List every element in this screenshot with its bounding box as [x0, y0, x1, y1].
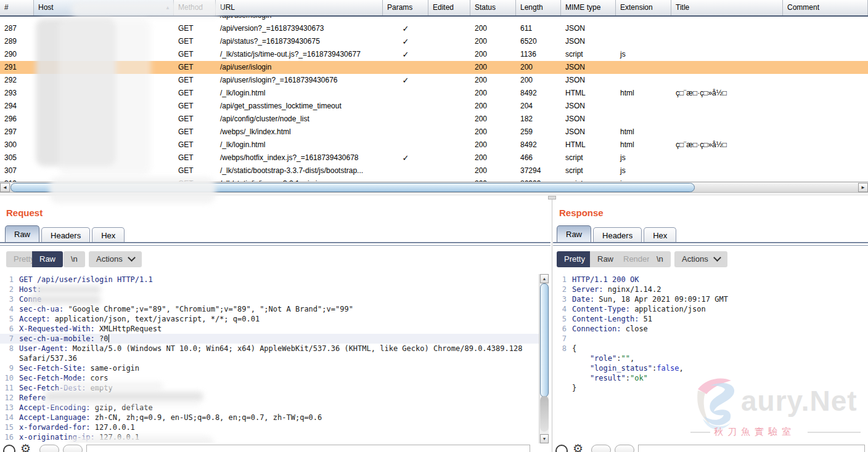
cell: /api/config/cluster/node_list: [216, 113, 383, 126]
response-pretty-button[interactable]: Pretty: [557, 251, 592, 267]
cell: 200: [470, 113, 516, 126]
cell: [616, 35, 671, 48]
column-header-length[interactable]: Length: [516, 0, 561, 15]
request-tab-headers[interactable]: Headers: [41, 227, 90, 243]
cell: 259: [516, 126, 561, 139]
search-prev-button[interactable]: [591, 445, 611, 452]
cell: [428, 35, 470, 48]
cell: /api/user/islogin: [216, 61, 383, 74]
column-header-title[interactable]: Title: [671, 0, 783, 15]
cell: GET: [174, 113, 216, 126]
cell: ç□¨æ□·ç□»å½□: [671, 87, 783, 100]
cell: html: [616, 139, 671, 151]
request-scrollbar-thumb[interactable]: [540, 283, 549, 397]
cell: [428, 22, 470, 35]
request-search-bar: ⚙: [0, 443, 539, 452]
params-checkmark-icon: ✓: [383, 35, 428, 48]
response-raw-editor[interactable]: 1HTTP/1.1 200 OK2Server: nginx/1.14.23Da…: [553, 275, 868, 452]
line-number: 4: [0, 304, 14, 314]
search-icon[interactable]: [3, 445, 15, 452]
editor-line: 6Connection: close: [553, 324, 868, 334]
request-newline-button[interactable]: \n: [63, 251, 85, 267]
cell: [671, 177, 783, 182]
request-tab-raw[interactable]: Raw: [5, 225, 39, 243]
cell: GET: [174, 100, 216, 113]
scroll-down-arrow-icon[interactable]: ▼: [540, 434, 549, 443]
cell: /webps/_lk/index.html: [216, 126, 383, 139]
cell: [428, 87, 470, 100]
cell: [383, 17, 428, 22]
column-header-comment[interactable]: Comment: [783, 0, 868, 15]
cell: 182: [516, 113, 561, 126]
search-input[interactable]: [638, 445, 865, 452]
cell: GET: [174, 126, 216, 139]
editor-line: "result":"ok": [553, 373, 868, 383]
cell: 287: [0, 22, 34, 35]
cell: [783, 126, 868, 139]
cell: JSON: [561, 126, 616, 139]
gear-icon[interactable]: ⚙: [20, 442, 31, 452]
cell: [428, 61, 470, 74]
request-editor-scrollbar[interactable]: ▲ ▼: [539, 274, 549, 443]
line-number: [553, 373, 567, 383]
response-search-bar: ⚙: [553, 443, 868, 452]
column-header-mime-type[interactable]: MIME type: [561, 0, 616, 15]
cell: [616, 100, 671, 113]
editor-line: Safari/537.36: [0, 353, 539, 363]
cell: 200: [470, 74, 516, 87]
cell: [616, 74, 671, 87]
editor-line: 8User-Agent: Mozilla/5.0 (Windows NT 10.…: [0, 344, 539, 353]
request-raw-button[interactable]: Raw: [32, 251, 63, 267]
search-icon[interactable]: [555, 445, 568, 452]
cell: script: [561, 164, 616, 177]
column-header-url[interactable]: URL: [216, 0, 383, 15]
scroll-left-arrow-icon[interactable]: ◄: [0, 183, 10, 192]
column-header-params[interactable]: Params: [383, 0, 428, 15]
line-number: 3: [0, 294, 14, 304]
cell: /api/user/islogin?_=1618739430676: [216, 74, 383, 87]
gear-icon[interactable]: ⚙: [573, 442, 583, 452]
cell: /_lk/static/js/jquery-3.2.1.min.js: [216, 177, 383, 182]
cell: 200: [470, 164, 516, 177]
privacy-blur: [49, 177, 216, 203]
cell: GET: [174, 61, 216, 74]
cell: [671, 35, 783, 48]
cell: [671, 126, 783, 139]
line-number: 14: [0, 413, 14, 422]
cell: JSON: [561, 113, 616, 126]
panel-splitter[interactable]: [552, 196, 552, 452]
scroll-right-arrow-icon[interactable]: ►: [858, 183, 868, 192]
search-input[interactable]: [86, 445, 530, 452]
search-prev-button[interactable]: [39, 445, 59, 452]
column-header-extension[interactable]: Extension: [616, 0, 671, 15]
chevron-down-icon: [713, 254, 721, 262]
params-checkmark-icon: ✓: [383, 22, 428, 35]
request-tab-hex[interactable]: Hex: [92, 227, 125, 243]
cell: 8492: [516, 87, 561, 100]
cell: GET: [174, 35, 216, 48]
column-header--[interactable]: #: [0, 0, 34, 15]
response-tab-hex[interactable]: Hex: [644, 227, 676, 243]
params-checkmark-icon: ✓: [383, 48, 428, 61]
line-number: 6: [553, 324, 567, 334]
request-actions-dropdown[interactable]: Actions: [89, 251, 142, 267]
response-actions-dropdown[interactable]: Actions: [674, 251, 727, 267]
cell: html: [616, 126, 671, 139]
response-tab-raw[interactable]: Raw: [557, 225, 591, 243]
params-checkmark-icon: ✓: [383, 74, 428, 87]
cell: 297: [0, 126, 34, 139]
cell: GET: [174, 151, 216, 164]
search-next-button[interactable]: [615, 445, 634, 452]
response-tab-headers[interactable]: Headers: [593, 227, 642, 243]
scroll-up-arrow-icon[interactable]: ▲: [540, 274, 549, 283]
cell: [616, 113, 671, 126]
column-header-edited[interactable]: Edited: [428, 0, 470, 15]
cell: 300: [0, 139, 34, 151]
cell: /_lk/login.html: [216, 87, 383, 100]
response-newline-button[interactable]: \n: [649, 251, 671, 267]
cell: 310: [0, 177, 34, 182]
column-header-status[interactable]: Status: [470, 0, 516, 15]
search-next-button[interactable]: [63, 445, 83, 452]
splitter-grip[interactable]: [548, 196, 556, 200]
privacy-blur: [59, 18, 151, 176]
